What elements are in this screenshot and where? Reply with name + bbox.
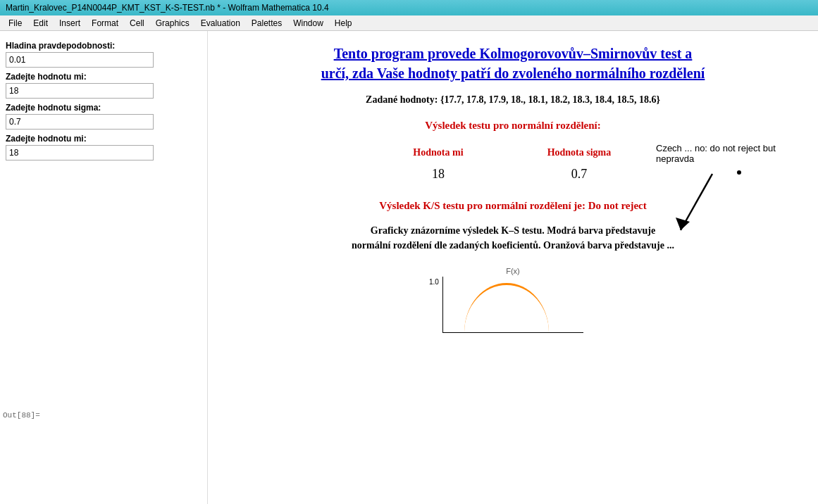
values-line: Zadané hodnoty: {17.7, 17.8, 17.9, 18., …	[222, 94, 804, 106]
chart-area: F(x) 1.0	[222, 267, 804, 333]
menu-cell[interactable]: Cell	[124, 17, 150, 30]
menu-bar: File Edit Insert Format Cell Graphics Ev…	[0, 15, 818, 31]
right-panel[interactable]: Tento program provede Kolmogorovovův–Smi…	[208, 31, 818, 504]
menu-window[interactable]: Window	[287, 17, 329, 30]
field4-input[interactable]	[6, 145, 154, 160]
field3-input[interactable]	[6, 114, 154, 130]
col2-header: Hodnota sigma	[504, 143, 654, 163]
field1-input[interactable]	[6, 52, 154, 68]
menu-evaluation[interactable]: Evaluation	[195, 17, 246, 30]
menu-format[interactable]: Format	[86, 17, 124, 30]
arrow-svg	[656, 167, 748, 251]
field4-label: Zadejte hodnotu mi:	[6, 134, 202, 144]
field2-input[interactable]	[6, 83, 154, 99]
orange-curve	[464, 283, 549, 332]
menu-insert[interactable]: Insert	[54, 17, 86, 30]
result-table: Hodnota mi Hodnota sigma 18 0.7	[372, 143, 654, 186]
left-panel: Hladina pravdepodobnosti: Zadejte hodnot…	[0, 31, 208, 504]
chart-label: F(x)	[506, 267, 520, 275]
col1-value: 18	[372, 163, 504, 186]
menu-help[interactable]: Help	[329, 17, 358, 30]
svg-point-0	[737, 170, 741, 175]
out-label: Out[88]=	[3, 411, 40, 420]
section-label: Výsledek testu pro normální rozdělení:	[222, 120, 804, 132]
result-table-container: Hodnota mi Hodnota sigma 18 0.7 Czech ..…	[222, 143, 804, 186]
menu-graphics[interactable]: Graphics	[150, 17, 195, 30]
title-bar: Martin_Kralovec_P14N0044P_KMT_KST_K-S-TE…	[0, 0, 818, 15]
chart-y-value: 1.0	[429, 278, 439, 286]
col1-header: Hodnota mi	[372, 143, 504, 163]
title-text: Martin_Kralovec_P14N0044P_KMT_KST_K-S-TE…	[6, 3, 329, 13]
main-title: Tento program provede Kolmogorovovův–Smi…	[222, 44, 804, 83]
field2-label: Zadejte hodnotu mi:	[6, 72, 202, 82]
main-layout: Hladina pravdepodobnosti: Zadejte hodnot…	[0, 31, 818, 504]
chart-frame: 1.0	[442, 277, 583, 333]
field1-label: Hladina pravdepodobnosti:	[6, 41, 202, 51]
field3-label: Zadejte hodnotu sigma:	[6, 103, 202, 113]
col2-value: 0.7	[504, 163, 654, 186]
annotation-text: Czech ... no: do not reject but nepravda	[656, 143, 776, 164]
annotation-box: Czech ... no: do not reject but nepravda	[656, 143, 797, 251]
menu-edit[interactable]: Edit	[27, 17, 54, 30]
menu-palettes[interactable]: Palettes	[246, 17, 287, 30]
menu-file[interactable]: File	[3, 17, 27, 30]
